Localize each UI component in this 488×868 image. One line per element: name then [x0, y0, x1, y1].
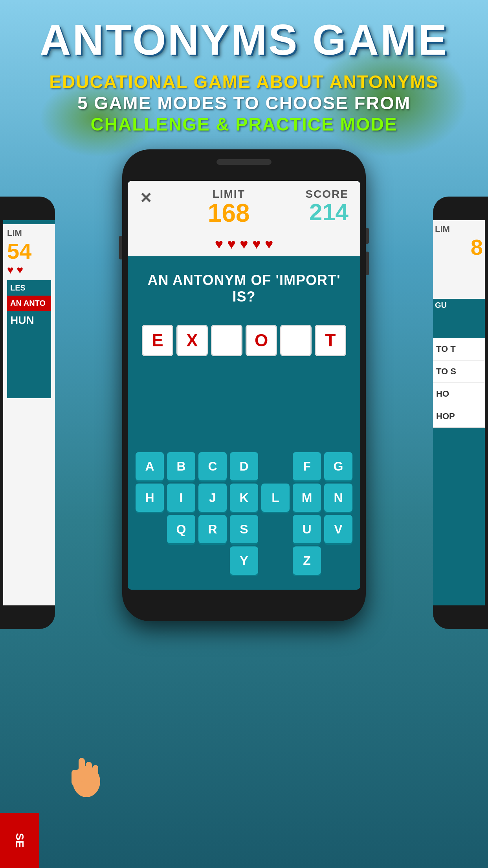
key-X-missing — [198, 546, 227, 575]
key-U[interactable]: U — [293, 515, 321, 543]
limit-section: LIMIT 168 — [208, 188, 250, 226]
side-screen-right: LIM 8 GU TO T TO S HO HOP — [433, 220, 485, 605]
bottom-banner-text: SE — [13, 833, 26, 848]
subtitle-line1: EDUCATIONAL GAME ABOUT ANTONYMS — [0, 71, 488, 92]
tile-5[interactable] — [280, 325, 312, 356]
left-word-text: HUN — [7, 311, 51, 330]
key-T-missing — [261, 515, 290, 543]
heart-5: ♥ — [265, 236, 273, 252]
tile-3[interactable] — [211, 325, 242, 356]
key-G[interactable]: G — [324, 452, 352, 480]
right-dark-section: GU — [433, 299, 485, 338]
tile-1[interactable]: E — [142, 325, 173, 356]
key-Q[interactable]: Q — [167, 515, 195, 543]
right-option-4[interactable]: HOP — [433, 405, 485, 428]
svg-rect-4 — [72, 770, 79, 785]
right-option-3[interactable]: HO — [433, 383, 485, 405]
heart-4: ♥ — [252, 236, 261, 252]
keyboard-row-2: H I J K L M N — [132, 484, 356, 512]
keyboard-row-4: Y Z — [132, 546, 356, 575]
game-header: ✕ LIMIT 168 SCORE 214 — [128, 181, 360, 230]
key-M[interactable]: M — [293, 484, 321, 512]
tile-2[interactable]: X — [176, 325, 208, 356]
keyboard-row-3: Q R S U V — [132, 515, 356, 543]
left-limit-label: LIM — [7, 228, 51, 238]
key-E-missing — [261, 452, 290, 480]
right-limit-value: 8 — [435, 234, 483, 260]
key-K[interactable]: K — [230, 484, 258, 512]
main-phone: ✕ LIMIT 168 SCORE 214 ♥ ♥ ♥ ♥ ♥ AN ANTON… — [122, 149, 366, 621]
key-L[interactable]: L — [261, 484, 290, 512]
heart-2: ♥ — [227, 236, 235, 252]
key-S[interactable]: S — [230, 515, 258, 543]
svg-rect-2 — [86, 762, 92, 783]
limit-value: 168 — [208, 200, 250, 226]
left-hearts: ♥ ♥ — [7, 264, 51, 276]
svg-rect-1 — [79, 758, 85, 782]
phone-volume-btn — [119, 236, 122, 259]
key-Z[interactable]: Z — [293, 546, 321, 575]
key-Y[interactable]: Y — [230, 546, 258, 575]
key-I[interactable]: I — [167, 484, 195, 512]
key-H[interactable]: H — [136, 484, 164, 512]
key-R[interactable]: R — [198, 515, 227, 543]
answer-tiles: E X O T — [136, 325, 352, 356]
close-button[interactable]: ✕ — [139, 189, 152, 207]
right-dark-label: GU — [433, 299, 485, 312]
bottom-red-banner: SE — [0, 813, 39, 868]
right-options-section: TO T TO S HO HOP — [433, 338, 485, 428]
key-V[interactable]: V — [324, 515, 352, 543]
side-screen-left: LIM 54 ♥ ♥ LES AN ANTO HUN — [3, 220, 55, 605]
key-B[interactable]: B — [167, 452, 195, 480]
phone-power-btn — [366, 228, 369, 244]
left-limit-value: 54 — [7, 238, 51, 264]
score-section: SCORE 214 — [305, 188, 349, 224]
header-section: ANTONYMS GAME EDUCATIONAL GAME ABOUT ANT… — [0, 0, 488, 135]
left-dark-section: LES AN ANTO HUN — [7, 280, 51, 398]
tile-6[interactable]: T — [315, 325, 346, 356]
left-red-banner: AN ANTO — [7, 296, 51, 311]
subtitle-line2: 5 GAME MODES TO CHOOSE FROM — [0, 92, 488, 114]
heart-3: ♥ — [240, 236, 248, 252]
question-area: AN ANTONYM OF 'IMPORT' IS? E X O T — [128, 256, 360, 380]
right-phone-header: LIM 8 — [433, 220, 485, 299]
svg-rect-3 — [93, 765, 98, 784]
keyboard-row-1: A B C D F G — [132, 452, 356, 480]
game-title: ANTONYMS GAME — [0, 16, 488, 63]
score-value: 214 — [305, 200, 349, 224]
key-D[interactable]: D — [230, 452, 258, 480]
right-option-1[interactable]: TO T — [433, 338, 485, 360]
key-pad — [261, 546, 290, 575]
key-J[interactable]: J — [198, 484, 227, 512]
key-N[interactable]: N — [324, 484, 352, 512]
keyboard-section: A B C D F G H I J K L M N Q — [128, 444, 360, 590]
key-O-missing — [136, 515, 164, 543]
side-phone-left: LIM 54 ♥ ♥ LES AN ANTO HUN — [0, 197, 55, 629]
phone-speaker — [216, 159, 272, 165]
hearts-row: ♥ ♥ ♥ ♥ ♥ — [128, 230, 360, 256]
subtitle-line3: CHALLENGE & PRACTICE MODE — [0, 114, 488, 135]
key-F[interactable]: F — [293, 452, 321, 480]
left-phone-content: LIM 54 ♥ ♥ LES AN ANTO HUN — [3, 224, 55, 605]
key-C[interactable]: C — [198, 452, 227, 480]
side-phone-right: LIM 8 GU TO T TO S HO HOP — [433, 197, 488, 629]
tile-4[interactable]: O — [246, 325, 277, 356]
left-banner-text: AN ANTO — [10, 299, 48, 308]
question-text: AN ANTONYM OF 'IMPORT' IS? — [136, 272, 352, 305]
key-A[interactable]: A — [136, 452, 164, 480]
heart-1: ♥ — [215, 236, 223, 252]
finger-hand-icon — [63, 750, 110, 797]
phone-screen: ✕ LIMIT 168 SCORE 214 ♥ ♥ ♥ ♥ ♥ AN ANTON… — [128, 181, 360, 590]
phone-power-btn2 — [366, 252, 369, 275]
right-limit-label: LIM — [435, 224, 483, 234]
key-W-missing — [167, 546, 195, 575]
right-option-2[interactable]: TO S — [433, 360, 485, 383]
left-dark-label: LES — [7, 280, 51, 296]
